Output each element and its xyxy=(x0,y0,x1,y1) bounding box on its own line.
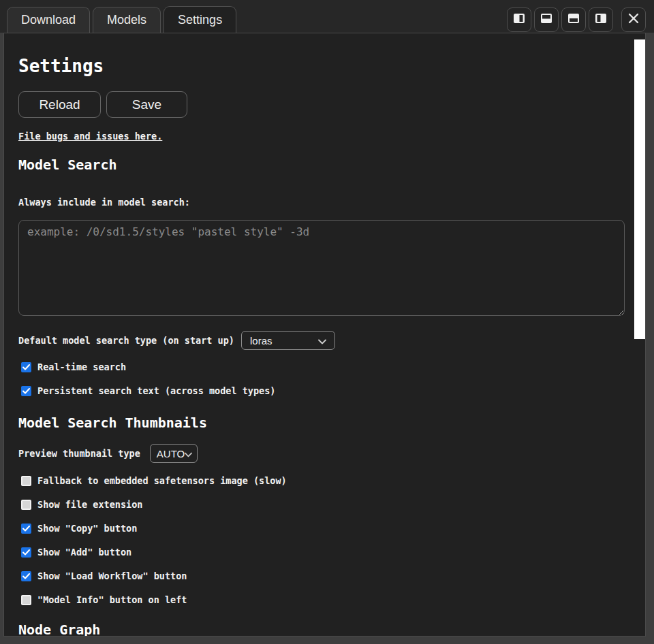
show-add-button-checkbox[interactable] xyxy=(21,547,31,558)
tab-bar: Download Models Settings xyxy=(0,0,654,33)
dock-bottom-button[interactable] xyxy=(561,7,586,32)
tab-models[interactable]: Models xyxy=(93,7,161,33)
preview-thumbnail-type-label: Preview thumbnail type xyxy=(18,448,140,460)
settings-panel: Settings Reload Save File bugs and issue… xyxy=(3,33,646,637)
show-file-extension-row: Show file extension xyxy=(21,500,645,510)
realtime-search-row: Real-time search xyxy=(21,362,645,372)
model-info-left-row: "Model Info" button on left xyxy=(21,595,645,605)
realtime-search-label: Real-time search xyxy=(37,362,126,372)
show-copy-button-label: Show "Copy" button xyxy=(37,524,137,534)
chevron-down-icon xyxy=(318,335,326,347)
node-graph-heading: Node Graph xyxy=(18,622,645,637)
panel-left-icon xyxy=(595,12,607,27)
action-buttons: Reload Save xyxy=(18,91,645,118)
tab-strip: Download Models Settings xyxy=(7,6,239,33)
show-file-extension-checkbox[interactable] xyxy=(21,500,31,510)
page-title: Settings xyxy=(18,56,645,76)
file-bugs-link[interactable]: File bugs and issues here. xyxy=(18,131,162,142)
fallback-safetensors-label: Fallback to embedded safetensors image (… xyxy=(37,476,287,486)
select-value: AUTO xyxy=(157,448,185,460)
model-info-left-checkbox[interactable] xyxy=(21,595,31,605)
reload-button[interactable]: Reload xyxy=(18,91,101,118)
fallback-safetensors-checkbox[interactable] xyxy=(21,476,31,486)
always-include-label: Always include in model search: xyxy=(18,197,645,208)
default-search-type-select[interactable]: loras xyxy=(241,331,335,350)
show-copy-button-checkbox[interactable] xyxy=(21,524,31,534)
default-search-type-row: Default model search type (on start up) … xyxy=(18,331,645,350)
always-include-textarea[interactable] xyxy=(18,220,625,316)
persistent-search-checkbox[interactable] xyxy=(21,386,31,396)
dock-left-button[interactable] xyxy=(589,7,613,32)
chevron-down-icon xyxy=(185,448,192,460)
show-copy-button-row: Show "Copy" button xyxy=(21,524,645,534)
fallback-safetensors-row: Fallback to embedded safetensors image (… xyxy=(21,476,645,486)
tab-settings[interactable]: Settings xyxy=(164,6,236,33)
persistent-search-row: Persistent search text (across model typ… xyxy=(21,386,645,396)
panel-top-icon xyxy=(540,12,552,27)
persistent-search-label: Persistent search text (across model typ… xyxy=(37,386,276,396)
panel-right-icon xyxy=(513,12,525,27)
model-info-left-label: "Model Info" button on left xyxy=(37,595,187,605)
select-value: loras xyxy=(250,335,272,347)
dock-top-button[interactable] xyxy=(534,7,559,32)
show-load-workflow-checkbox[interactable] xyxy=(21,571,31,581)
vertical-scrollbar-thumb[interactable] xyxy=(634,39,645,339)
realtime-search-checkbox[interactable] xyxy=(21,362,31,372)
show-add-button-row: Show "Add" button xyxy=(21,547,645,558)
show-load-workflow-label: Show "Load Workflow" button xyxy=(37,571,187,581)
thumbnails-heading: Model Search Thumbnails xyxy=(18,415,645,431)
tab-download[interactable]: Download xyxy=(7,7,90,33)
show-add-button-label: Show "Add" button xyxy=(37,547,131,558)
panel-bottom-icon xyxy=(567,12,580,27)
model-search-heading: Model Search xyxy=(18,157,645,173)
preview-thumbnail-type-row: Preview thumbnail type AUTO xyxy=(18,444,645,463)
show-file-extension-label: Show file extension xyxy=(37,500,142,510)
preview-thumbnail-type-select[interactable]: AUTO xyxy=(150,444,198,463)
save-button[interactable]: Save xyxy=(106,91,187,118)
default-search-type-label: Default model search type (on start up) xyxy=(18,335,234,347)
close-icon xyxy=(627,12,640,27)
close-button[interactable] xyxy=(621,7,646,32)
show-load-workflow-row: Show "Load Workflow" button xyxy=(21,571,645,581)
dock-right-button[interactable] xyxy=(507,7,531,32)
window-controls xyxy=(507,7,646,32)
